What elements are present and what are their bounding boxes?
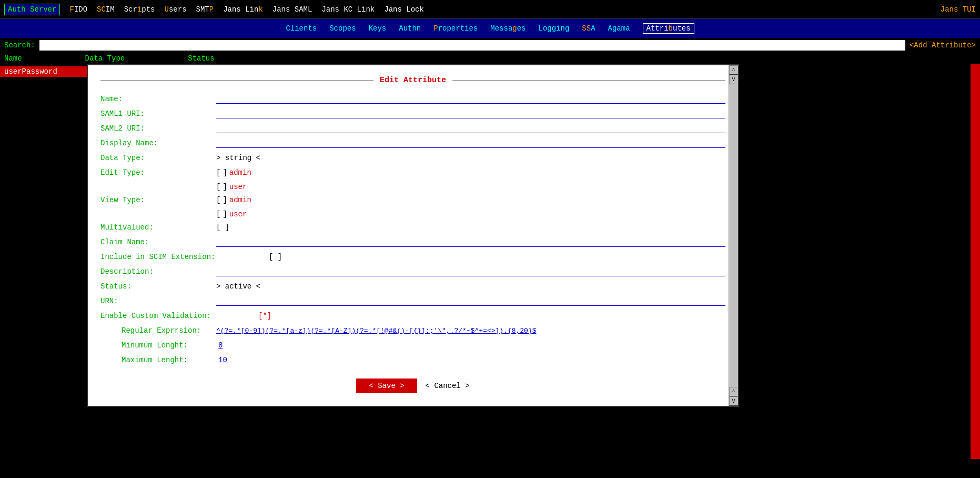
status-label: Status: — [100, 282, 216, 291]
add-attribute-button[interactable]: <Add Attribute> — [910, 41, 976, 49]
data-type-value: > string < — [216, 154, 260, 162]
auth-server-nav-item[interactable]: Auth Server — [4, 4, 60, 15]
multivalued-label: Multivalued: — [100, 223, 216, 232]
jans-saml-nav-item[interactable]: Jans SAML — [272, 5, 312, 14]
edit-type-user-row: [ ] user — [216, 183, 247, 191]
multivalued-checkbox[interactable]: [ ] — [216, 223, 229, 232]
regex-label: Regular Exprrsion: — [100, 326, 216, 335]
form-row-data-type: Data Type: > string < — [100, 152, 725, 164]
data-type-label: Data Type: — [100, 154, 216, 162]
jans-kc-link-nav-item[interactable]: Jans KC Link — [321, 5, 375, 14]
right-bar — [971, 64, 980, 459]
modal-title-bar: Edit Attribute — [100, 76, 725, 85]
form-row-status: Status: > active < — [100, 281, 725, 292]
urn-label: URN: — [100, 297, 216, 305]
form-row-saml2: SAML2 URI: — [100, 123, 725, 134]
col-header-datatype: Data Type — [85, 54, 125, 63]
users-nav-item[interactable]: Users — [165, 5, 187, 14]
jans-link-nav-item[interactable]: Jans Link — [223, 5, 263, 14]
max-length-label: Maximum Lenght: — [100, 356, 216, 364]
tab-messages[interactable]: Messages — [490, 24, 526, 33]
data-type-select[interactable]: > string < — [216, 154, 260, 162]
cancel-button[interactable]: < Cancel > — [426, 382, 470, 390]
custom-validation-checkbox[interactable]: [*] — [258, 312, 271, 320]
edit-type-admin-label[interactable]: admin — [229, 168, 251, 177]
tab-scopes[interactable]: Scopes — [329, 24, 356, 33]
min-length-value[interactable]: 8 — [216, 341, 225, 350]
urn-value[interactable] — [216, 296, 725, 306]
form-row-display-name: Display Name: — [100, 137, 725, 149]
column-headers: Name Data Type Status — [0, 53, 980, 64]
form-row-multivalued: Multivalued: [ ] — [100, 222, 725, 233]
form-row-claim-name: Claim Name: — [100, 236, 725, 248]
tab-authn[interactable]: Authn — [399, 24, 421, 33]
search-bar: Search: <Add Attribute> — [0, 38, 980, 53]
description-value[interactable] — [216, 267, 725, 276]
list-panel: userPassword — [0, 64, 87, 459]
form-row-custom-validation: Enable Custom Validation: [*] — [100, 310, 725, 322]
view-type-checkboxes: [ ] admin — [216, 196, 251, 204]
tab-logging[interactable]: Logging — [539, 24, 570, 33]
edit-type-user-label[interactable]: user — [229, 183, 247, 191]
max-length-value[interactable]: 10 — [216, 356, 229, 364]
form-row-view-type-user: [ ] user — [216, 209, 725, 220]
fido-nav-item[interactable]: FIDO — [69, 5, 87, 14]
form-row-regex: Regular Exprrsion: ^(?=.*[0-9])(?=.*[a-z… — [100, 325, 725, 336]
form-row-scim: Include in SCIM Extension: [ ] — [100, 251, 725, 263]
scim-label: Include in SCIM Extension: — [100, 253, 269, 261]
scroll-up2-btn[interactable]: ^ — [729, 387, 739, 396]
status-value: > active < — [216, 282, 260, 291]
saml2-label: SAML2 URI: — [100, 124, 216, 133]
sub-navigation: Clients Scopes Keys Authn Properties Mes… — [0, 19, 980, 38]
tab-ssa[interactable]: SSA — [582, 24, 595, 33]
view-type-admin-label[interactable]: admin — [229, 196, 251, 204]
name-value[interactable] — [216, 94, 725, 104]
tab-properties[interactable]: Properties — [433, 24, 478, 33]
top-navigation: Auth Server FIDO SCIM Scripts Users SMTP… — [0, 0, 980, 19]
display-name-label: Display Name: — [100, 139, 216, 147]
scroll-down2-btn[interactable]: V — [729, 396, 739, 406]
status-select[interactable]: > active < — [216, 282, 260, 291]
form-row-max-length: Maximum Lenght: 10 — [100, 354, 725, 366]
tab-clients[interactable]: Clients — [286, 24, 317, 33]
description-label: Description: — [100, 267, 216, 276]
search-input[interactable] — [39, 40, 905, 51]
view-type-label: View Type: — [100, 196, 216, 204]
form-row-name: Name: — [100, 93, 725, 105]
scroll-up-btn[interactable]: ^ — [729, 65, 739, 75]
tab-keys[interactable]: Keys — [369, 24, 387, 33]
edit-type-admin-row: [ ] admin — [216, 168, 251, 177]
saml1-value[interactable] — [216, 109, 725, 118]
form-row-saml1: SAML1 URI: — [100, 108, 725, 120]
tab-attributes[interactable]: Attributes — [643, 23, 694, 34]
scroll-down-btn[interactable]: V — [729, 75, 739, 84]
jans-tui-nav-item[interactable]: Jans TUI — [941, 5, 976, 14]
tab-agama[interactable]: Agama — [608, 24, 630, 33]
save-button[interactable]: < Save > — [356, 379, 417, 393]
edit-modal: Edit Attribute Name: SAML1 URI: SAML2 UR… — [87, 64, 739, 407]
scim-nav-item[interactable]: SCIM — [97, 5, 115, 14]
view-type-user-label[interactable]: user — [229, 210, 247, 218]
saml1-label: SAML1 URI: — [100, 109, 216, 118]
claim-name-label: Claim Name: — [100, 238, 216, 246]
regex-value[interactable]: ^(?=.*[0-9])(?=.*[a-z])(?=.*[A-Z])(?=.*[… — [216, 327, 537, 335]
jans-lock-nav-item[interactable]: Jans Lock — [384, 5, 424, 14]
saml2-value[interactable] — [216, 124, 725, 133]
edit-type-label: Edit Type: — [100, 168, 216, 177]
modal-title-text: Edit Attribute — [373, 76, 452, 85]
view-type-admin-row: [ ] admin — [216, 196, 251, 204]
list-item-userpassword[interactable]: userPassword — [0, 66, 87, 77]
claim-name-value[interactable] — [216, 237, 725, 247]
smtp-nav-item[interactable]: SMTP — [196, 5, 214, 14]
col-header-status: Status — [188, 54, 214, 63]
col-header-name: Name — [4, 54, 22, 63]
display-name-value[interactable] — [216, 138, 725, 148]
scim-checkbox[interactable]: [ ] — [269, 253, 282, 261]
scripts-nav-item[interactable]: Scripts — [124, 5, 155, 14]
min-length-label: Minumum Lenght: — [100, 341, 216, 350]
view-type-user-row: [ ] user — [216, 210, 247, 218]
form-row-urn: URN: — [100, 295, 725, 307]
form-row-min-length: Minumum Lenght: 8 — [100, 340, 725, 351]
form-row-edit-type: Edit Type: [ ] admin — [100, 167, 725, 178]
form-row-description: Description: — [100, 266, 725, 277]
